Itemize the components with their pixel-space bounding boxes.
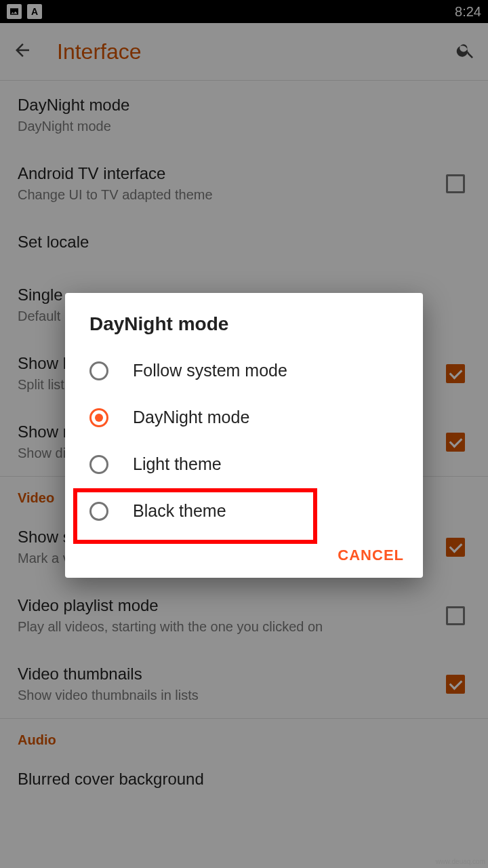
option-label: Black theme <box>133 501 226 521</box>
option-daynight[interactable]: DayNight mode <box>65 394 423 441</box>
option-label: DayNight mode <box>133 408 249 427</box>
option-label: Follow system mode <box>133 361 287 380</box>
radio-unselected[interactable] <box>89 455 108 474</box>
cancel-button[interactable]: CANCEL <box>338 547 404 564</box>
option-follow-system[interactable]: Follow system mode <box>65 347 423 394</box>
radio-unselected[interactable] <box>89 361 108 380</box>
radio-unselected[interactable] <box>89 502 108 521</box>
option-light[interactable]: Light theme <box>65 441 423 488</box>
watermark: www.deuaq.com <box>436 858 485 865</box>
option-label: Light theme <box>133 454 222 474</box>
radio-selected[interactable] <box>89 408 108 427</box>
dialog-title: DayNight mode <box>65 293 423 347</box>
option-black[interactable]: Black theme <box>65 488 423 534</box>
daynight-dialog: DayNight mode Follow system mode DayNigh… <box>65 293 423 578</box>
